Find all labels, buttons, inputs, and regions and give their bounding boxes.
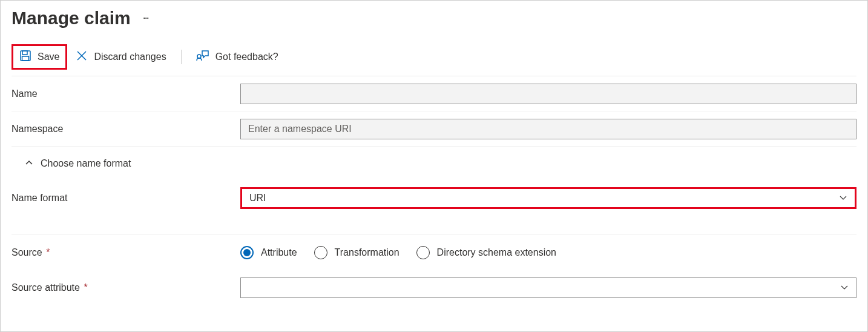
save-button[interactable]: Save — [12, 44, 67, 70]
radio-label: Directory schema extension — [437, 247, 556, 258]
page-title: Manage claim — [12, 8, 131, 28]
source-radio-attribute[interactable]: Attribute — [240, 246, 297, 259]
more-icon[interactable]: ··· — [143, 12, 148, 25]
source-row: Source * Attribute Transformation Direc — [12, 235, 856, 270]
feedback-icon — [196, 50, 209, 64]
required-mark: * — [84, 282, 87, 293]
discard-label: Discard changes — [94, 51, 166, 62]
source-attribute-row: Source attribute * — [12, 270, 856, 305]
radio-label: Attribute — [261, 247, 297, 258]
discard-button[interactable]: Discard changes — [70, 46, 172, 68]
svg-rect-1 — [22, 51, 27, 55]
save-icon — [19, 50, 31, 64]
choose-name-format-label: Choose name format — [41, 158, 131, 169]
save-label: Save — [38, 51, 59, 62]
chevron-down-icon — [839, 193, 847, 204]
page-header: Manage claim ··· — [12, 8, 856, 28]
toolbar: Save Discard changes Got feedback? — [12, 44, 856, 76]
spacer — [12, 216, 856, 235]
source-radio-directory[interactable]: Directory schema extension — [416, 246, 556, 259]
radio-icon — [416, 246, 430, 259]
name-format-row: Name format URI — [12, 181, 856, 216]
feedback-label: Got feedback? — [215, 51, 278, 62]
source-attribute-select[interactable] — [240, 277, 856, 298]
choose-name-format-toggle[interactable]: Choose name format — [12, 147, 856, 181]
chevron-down-icon — [840, 283, 849, 293]
name-format-select[interactable]: URI — [240, 187, 856, 209]
source-radio-group: Attribute Transformation Directory schem… — [240, 246, 856, 259]
chevron-up-icon — [25, 159, 33, 169]
radio-icon — [314, 246, 327, 259]
toolbar-separator — [181, 50, 182, 64]
radio-label: Transformation — [335, 247, 399, 258]
name-input[interactable] — [240, 84, 856, 104]
source-radio-transformation[interactable]: Transformation — [314, 246, 399, 259]
name-row: Name — [12, 76, 856, 111]
namespace-label: Namespace — [12, 124, 240, 134]
namespace-input[interactable] — [240, 119, 856, 139]
name-format-label: Name format — [12, 193, 240, 204]
close-icon — [76, 50, 88, 64]
svg-point-3 — [197, 55, 201, 58]
radio-icon — [240, 246, 254, 259]
claim-form: Name Namespace Choose name format Name f… — [12, 76, 856, 305]
source-label: Source * — [12, 247, 240, 258]
feedback-button[interactable]: Got feedback? — [190, 46, 284, 68]
svg-rect-2 — [22, 56, 29, 61]
source-attribute-label: Source attribute * — [12, 282, 240, 293]
required-mark: * — [46, 247, 50, 257]
name-label: Name — [12, 88, 240, 99]
namespace-row: Namespace — [12, 111, 856, 147]
name-format-value: URI — [249, 193, 266, 204]
